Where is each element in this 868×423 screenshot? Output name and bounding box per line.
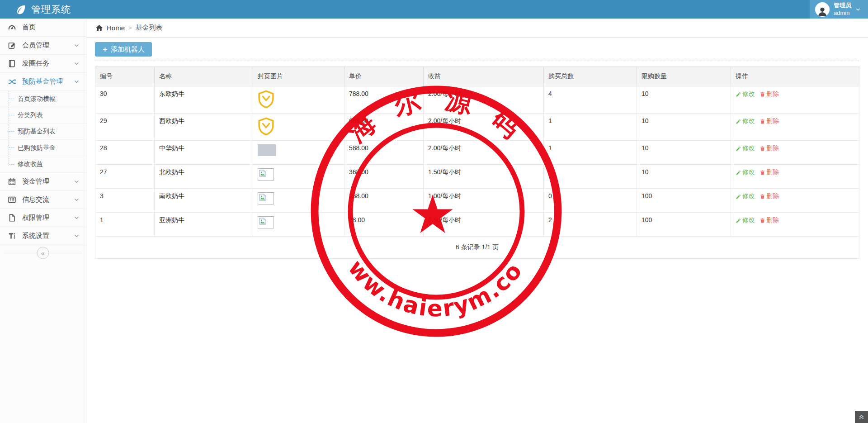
shield-icon xyxy=(258,117,274,135)
sidebar-subitem[interactable]: 已购预防基金 xyxy=(0,140,86,156)
fund-table: 编号名称封页图片单价收益购买总数限购数量操作 30 东欧奶牛 788.00 2.… xyxy=(95,67,859,259)
main-area: Home > 基金列表 添加机器人 编号名称封页图片单价收益购买总数限购数量操作… xyxy=(86,19,868,423)
cell-actions: 修改 删除 xyxy=(731,86,859,114)
trash-icon xyxy=(760,119,765,124)
table-row: 29 西欧奶牛 688.00 2.00/每小时 1 10 修改 删除 xyxy=(95,114,859,141)
plus-icon xyxy=(102,47,108,52)
sidebar-item[interactable]: 发圈任务 xyxy=(0,55,86,73)
breadcrumb-home[interactable]: Home xyxy=(107,24,125,32)
delete-link[interactable]: 删除 xyxy=(760,192,779,200)
table-row: 1 亚洲奶牛 88.00 0.50/每小时 2 100 修改 删除 xyxy=(95,213,859,237)
sidebar-item[interactable]: 资金管理 xyxy=(0,173,86,191)
home-icon xyxy=(95,24,103,32)
cell-id: 30 xyxy=(95,86,155,114)
edit-link[interactable]: 修改 xyxy=(736,117,755,125)
chevron-down-icon xyxy=(74,61,80,67)
table-row: 3 南欧奶牛 268.00 1.00/每小时 0 100 修改 删除 xyxy=(95,189,859,213)
sidebar-subitem[interactable]: 修改收益 xyxy=(0,156,86,172)
edit-link[interactable]: 修改 xyxy=(736,192,755,200)
sidebar-item[interactable]: 首页 xyxy=(0,19,86,37)
cell-name: 南欧奶牛 xyxy=(155,189,253,213)
sidebar-item-label: 首页 xyxy=(22,23,36,32)
cell-name: 中华奶牛 xyxy=(155,141,253,165)
sidebar-collapse-button[interactable]: « xyxy=(37,247,49,259)
cell-name: 西欧奶牛 xyxy=(155,114,253,141)
edit-link[interactable]: 修改 xyxy=(736,168,755,176)
delete-link[interactable]: 删除 xyxy=(760,216,779,224)
trash-icon xyxy=(760,194,765,200)
sidebar-submenu: 首页滚动横幅分类列表预防基金列表已购预防基金修改收益 xyxy=(0,91,86,173)
sidebar-item[interactable]: 系统设置 xyxy=(0,227,86,245)
cell-cover-image xyxy=(253,114,344,141)
sidebar-item-label: 信息交流 xyxy=(22,195,49,204)
chevron-down-icon xyxy=(74,233,80,239)
chevron-down-icon xyxy=(74,43,80,48)
cell-name: 亚洲奶牛 xyxy=(155,213,253,237)
user-menu[interactable]: 管理员 admin xyxy=(810,0,868,19)
sidebar-collapse-row: « xyxy=(0,245,86,261)
delete-link[interactable]: 删除 xyxy=(760,144,779,152)
sidebar-item-label: 会员管理 xyxy=(22,41,49,50)
cell-yield: 0.50/每小时 xyxy=(424,213,544,237)
cell-bought: 1 xyxy=(544,114,637,141)
pencil-icon xyxy=(736,91,741,97)
scroll-top-button[interactable] xyxy=(855,411,868,423)
sidebar-subitem[interactable]: 分类列表 xyxy=(0,107,86,124)
avatar xyxy=(815,2,830,17)
table-header-row: 编号名称封页图片单价收益购买总数限购数量操作 xyxy=(95,67,859,86)
chevron-down-icon xyxy=(74,79,80,85)
delete-link[interactable]: 删除 xyxy=(760,117,779,125)
breadcrumb: Home > 基金列表 xyxy=(86,19,868,38)
sidebar-subitem-label: 首页滚动横幅 xyxy=(18,95,56,103)
sidebar-subitem[interactable]: 预防基金列表 xyxy=(0,124,86,140)
sidebar-item[interactable]: 会员管理 xyxy=(0,37,86,55)
column-header: 购买总数 xyxy=(544,67,637,86)
app-logo[interactable]: 管理系统 xyxy=(0,0,71,19)
cell-price: 688.00 xyxy=(344,114,424,141)
sidebar-subitem-label: 预防基金列表 xyxy=(18,128,56,136)
sidebar-item[interactable]: 预防基金管理 xyxy=(0,73,86,91)
edit-link[interactable]: 修改 xyxy=(736,90,755,98)
broken-image-icon xyxy=(258,192,274,204)
column-header: 编号 xyxy=(95,67,155,86)
trash-icon xyxy=(760,218,765,223)
table-row: 28 中华奶牛 588.00 2.00/每小时 1 10 修改 删除 xyxy=(95,141,859,165)
user-meta: 管理员 admin xyxy=(834,2,851,17)
cell-cover-image xyxy=(253,141,344,165)
app-title: 管理系统 xyxy=(31,3,71,16)
sidebar-item[interactable]: 权限管理 xyxy=(0,209,86,227)
delete-link[interactable]: 删除 xyxy=(760,168,779,176)
cell-yield: 1.50/每小时 xyxy=(424,165,544,189)
column-header: 名称 xyxy=(155,67,253,86)
pencil-icon xyxy=(736,146,741,152)
trash-icon xyxy=(760,91,765,97)
cell-yield: 1.00/每小时 xyxy=(424,189,544,213)
column-header: 封页图片 xyxy=(253,67,344,86)
cell-id: 29 xyxy=(95,114,155,141)
pencil-icon xyxy=(736,194,741,200)
column-header: 单价 xyxy=(344,67,424,86)
cell-cover-image xyxy=(253,213,344,237)
cell-bought: 0 xyxy=(544,189,637,213)
cell-id: 1 xyxy=(95,213,155,237)
cell-cover-image xyxy=(253,189,344,213)
pencil-icon xyxy=(736,119,741,124)
sidebar-item-label: 资金管理 xyxy=(22,177,49,186)
cell-limit: 100 xyxy=(637,189,731,213)
sidebar-item[interactable]: 信息交流 xyxy=(0,191,86,209)
book-icon xyxy=(8,59,16,68)
sidebar-subitem[interactable]: 首页滚动横幅 xyxy=(0,91,86,107)
cell-price: 88.00 xyxy=(344,213,424,237)
sidebar: 首页会员管理发圈任务预防基金管理首页滚动横幅分类列表预防基金列表已购预防基金修改… xyxy=(0,19,86,423)
cell-bought: 4 xyxy=(544,86,637,114)
text-height-icon xyxy=(8,232,16,240)
delete-link[interactable]: 删除 xyxy=(760,90,779,98)
cell-actions: 修改 删除 xyxy=(731,114,859,141)
user-name: admin xyxy=(834,10,851,17)
content: 添加机器人 编号名称封页图片单价收益购买总数限购数量操作 30 东欧奶牛 788… xyxy=(86,38,868,259)
edit-link[interactable]: 修改 xyxy=(736,144,755,152)
edit-link[interactable]: 修改 xyxy=(736,216,755,224)
cell-limit: 100 xyxy=(637,213,731,237)
table-footer-row: 6 条记录 1/1 页 xyxy=(95,237,859,259)
add-robot-button[interactable]: 添加机器人 xyxy=(95,42,152,57)
